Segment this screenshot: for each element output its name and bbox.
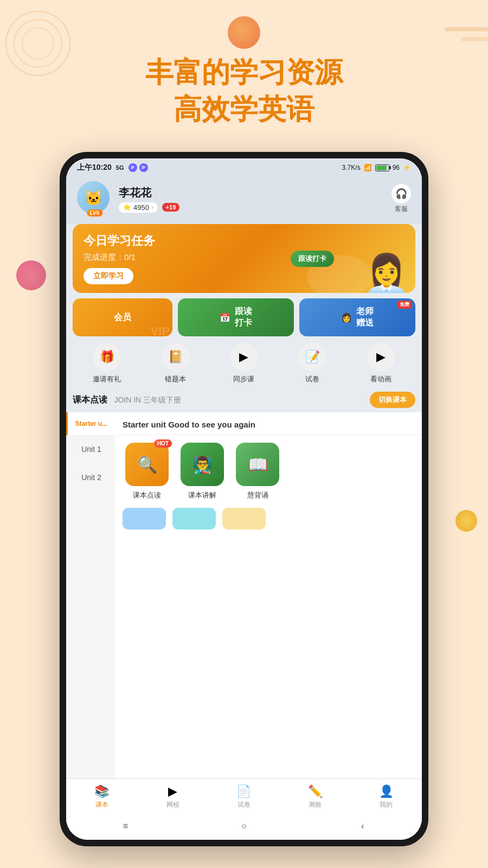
nav-online-school[interactable]: ▶ 网校	[157, 784, 189, 809]
user-name: 李花花	[119, 186, 179, 200]
sidebar-item-unit2[interactable]: Unit 2	[66, 463, 115, 492]
textbook-explain-icon: 👨‍🏫	[181, 443, 224, 486]
teacher-character: 👩‍💼	[363, 255, 410, 293]
teacher-explain-icon: 👨‍🏫	[192, 455, 213, 474]
status-icons: P P	[129, 163, 148, 172]
card-textbook-explain[interactable]: 👨‍🏫 课本讲解	[178, 443, 227, 500]
hot-badge: HOT	[154, 439, 172, 448]
chapter-content: Starter unit Good to see you again 🔍 HOT…	[115, 412, 422, 778]
customer-service[interactable]: 🎧 客服	[391, 184, 411, 214]
bottom-nav: 📚 课本 ▶ 网校 📄 试卷 ✏️ 测验	[66, 778, 422, 814]
battery-fill	[376, 165, 387, 170]
hint-card-2	[172, 508, 216, 529]
icon-sync-class[interactable]: ▶ 同步课	[230, 343, 258, 384]
task-title: 今日学习任务	[84, 233, 404, 249]
status-time: 上午10:20	[77, 163, 112, 173]
status-bar: 上午10:20 5G P P 3.7K/s 📶 96 ⚡	[66, 158, 422, 176]
sys-menu-button[interactable]: ≡	[117, 818, 133, 834]
nav-quiz-icon: ✏️	[308, 784, 323, 799]
sync-class-icon: ▶	[230, 343, 258, 371]
avatar[interactable]: 🐱	[77, 181, 110, 214]
card-textbook-reading[interactable]: 🔍 HOT 课本点读	[123, 443, 171, 500]
card-memory[interactable]: 📖 慧背诵	[233, 443, 282, 500]
icon-exam[interactable]: 📝 试卷	[298, 343, 326, 384]
invite-label: 邀请有礼	[93, 374, 121, 384]
nav-quiz[interactable]: ✏️ 测验	[299, 784, 331, 809]
cs-icon: 🎧	[391, 184, 411, 203]
start-learning-button[interactable]: 立即学习	[84, 268, 133, 284]
battery-cap	[389, 166, 391, 169]
textbook-title: 课本点读	[73, 395, 107, 404]
textbook-reading-icon: 🔍 HOT	[125, 443, 169, 486]
star-score[interactable]: ⭐ 4950 ›	[119, 202, 158, 213]
chapter-cards: 🔍 HOT 课本点读 👨‍🏫 课本讲解	[115, 435, 422, 508]
task-banner: 今日学习任务 完成进度：0/1 立即学习 跟读打卡 👩‍💼	[73, 224, 415, 293]
bg-circle-top	[228, 16, 260, 49]
textbook-reading-label: 课本点读	[133, 490, 161, 500]
cs-label: 客服	[395, 205, 408, 214]
reading-icon: 📅	[220, 312, 230, 323]
bottom-cards-row	[115, 508, 422, 535]
sys-home-button[interactable]: ○	[236, 818, 252, 834]
nav-exam-paper[interactable]: 📄 试卷	[228, 784, 260, 809]
app-header: 🐱 LV6 李花花 ⭐ 4950 › +19	[66, 176, 422, 224]
textbook-explain-label: 课本讲解	[188, 490, 216, 500]
nav-school-label: 网校	[166, 800, 179, 809]
bg-rect-2	[461, 37, 488, 41]
hero-section: 丰富的学习资源 高效学英语	[0, 54, 488, 127]
hero-line1: 丰富的学习资源	[0, 54, 488, 91]
icon-animation[interactable]: ▶ 看动画	[367, 343, 395, 384]
network-speed: 3.7K/s	[342, 164, 361, 171]
nav-profile[interactable]: 👤 我的	[370, 784, 402, 809]
textbook-subtitle: JOIN IN 三年级下册	[114, 395, 181, 404]
exam-icon: 📝	[298, 343, 326, 371]
switch-textbook-button[interactable]: 切换课本	[370, 392, 415, 408]
score-number: 4950	[133, 203, 149, 212]
status-left: 上午10:20 5G P P	[77, 163, 148, 173]
star-icon: ⭐	[123, 203, 131, 211]
app-content: 🐱 LV6 李花花 ⭐ 4950 › +19	[66, 176, 422, 840]
nav-textbook-label: 课本	[95, 800, 108, 809]
memory-label: 慧背诵	[247, 490, 268, 500]
mistakes-label: 错题本	[165, 374, 186, 384]
reading-label: 跟读 打卡	[235, 306, 252, 329]
user-details: 李花花 ⭐ 4950 › +19	[119, 186, 179, 213]
chapter-title: Starter unit Good to see you again	[115, 412, 422, 435]
p-icon-2: P	[139, 163, 148, 172]
plus-badge: +19	[162, 203, 180, 212]
sync-class-label: 同步课	[233, 374, 254, 384]
p-icon-1: P	[129, 163, 137, 172]
arrow-right-icon: ›	[151, 204, 153, 210]
nav-exam-label: 试卷	[237, 800, 251, 809]
bg-rect-1	[445, 27, 488, 31]
teacher-label: 老师 赠送	[356, 306, 374, 329]
sidebar-item-unit1[interactable]: Unit 1	[66, 435, 115, 463]
charging-icon: ⚡	[403, 164, 411, 171]
memory-icon: 📖	[236, 443, 279, 486]
reading-checkin-button[interactable]: 📅 跟读 打卡	[178, 298, 294, 336]
free-badge: 免费	[397, 301, 412, 309]
bg-circle-right	[455, 510, 477, 532]
textbook-header: 课本点读 JOIN IN 三年级下册 切换课本	[73, 392, 415, 408]
phone-device: 上午10:20 5G P P 3.7K/s 📶 96 ⚡	[60, 152, 428, 846]
teacher-gift-button[interactable]: 免费 👩 老师 赠送	[299, 298, 415, 336]
icon-mistakes[interactable]: 📔 错题本	[162, 343, 190, 384]
icon-invite[interactable]: 🎁 邀请有礼	[93, 343, 121, 384]
sidebar-item-starter[interactable]: Starter u...	[66, 412, 115, 435]
textbook-info: 课本点读 JOIN IN 三年级下册	[73, 394, 181, 406]
book-icon: 📖	[248, 455, 268, 474]
nav-school-icon: ▶	[168, 784, 177, 799]
nav-textbook[interactable]: 📚 课本	[86, 784, 118, 809]
animation-icon: ▶	[367, 343, 395, 371]
wifi-icon: 📶	[364, 164, 372, 171]
teacher-icon: 👩	[341, 312, 352, 323]
main-content-area: Starter u... Unit 1 Unit 2 Starter unit …	[66, 412, 422, 778]
user-stars: ⭐ 4950 › +19	[119, 202, 179, 213]
sys-back-button[interactable]: ‹	[355, 818, 371, 834]
search-circle-icon: 🔍	[137, 455, 157, 474]
reading-badge[interactable]: 跟读打卡	[291, 251, 334, 267]
nav-exam-icon: 📄	[236, 784, 251, 799]
vip-button[interactable]: 会员 VIP	[73, 298, 172, 336]
nav-profile-icon: 👤	[379, 784, 394, 799]
system-nav: ≡ ○ ‹	[66, 814, 422, 840]
